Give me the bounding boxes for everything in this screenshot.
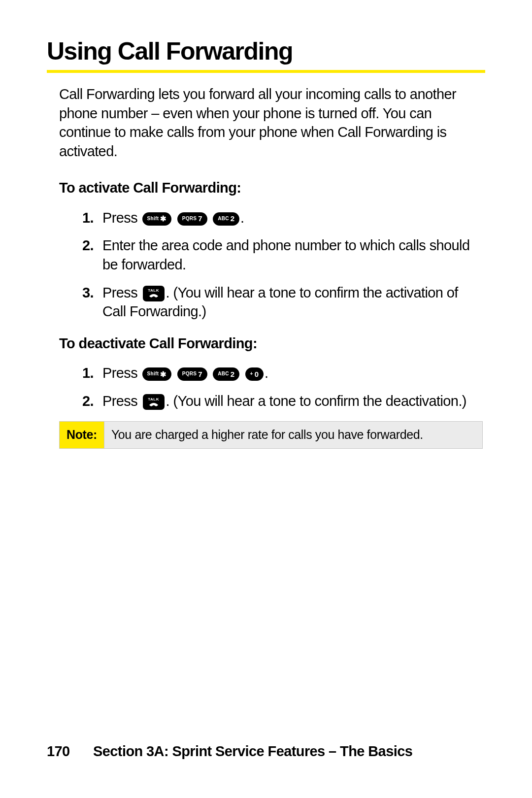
note-callout: Note: You are charged a higher rate for …: [59, 421, 483, 448]
step-body: Enter the area code and phone number to …: [102, 236, 483, 274]
page-footer: 170 Section 3A: Sprint Service Features …: [47, 743, 485, 760]
list-item: 1. Press Shift✱ PQRS7 ABC2 +0.: [59, 364, 483, 383]
step-body: Press Shift✱ PQRS7 ABC2 +0.: [102, 364, 483, 383]
step-number: 1.: [72, 364, 94, 383]
note-text: You are charged a higher rate for calls …: [104, 422, 482, 448]
note-label: Note:: [60, 422, 104, 448]
plus-0-key-icon: +0: [245, 367, 264, 381]
step-number: 1.: [72, 208, 94, 228]
list-item: 2. Press TALK . (You will hear a tone to…: [59, 392, 483, 411]
step-text: Press: [102, 285, 137, 300]
step-text: Press: [102, 210, 137, 226]
step-number: 2.: [72, 392, 94, 411]
step-punct: .: [265, 365, 268, 381]
step-body: Press TALK . (You will hear a tone to co…: [102, 392, 483, 411]
activate-subhead: To activate Call Forwarding:: [59, 178, 483, 198]
heading-underline: [47, 70, 485, 73]
list-item: 1. Press Shift✱ PQRS7 ABC2.: [59, 208, 483, 228]
step-text: . (You will hear a tone to confirm the d…: [166, 393, 466, 409]
step-body: Press Shift✱ PQRS7 ABC2.: [102, 208, 483, 228]
step-body: Press TALK . (You will hear a tone to co…: [102, 283, 483, 321]
list-item: 3. Press TALK . (You will hear a tone to…: [59, 283, 483, 321]
activate-steps: 1. Press Shift✱ PQRS7 ABC2. 2. Enter the…: [59, 208, 483, 321]
list-item: 2. Enter the area code and phone number …: [59, 236, 483, 274]
pqrs-7-key-icon: PQRS7: [177, 367, 207, 381]
manual-page: Using Call Forwarding Call Forwarding le…: [0, 0, 532, 798]
talk-key-icon: TALK: [143, 286, 165, 301]
abc-2-key-icon: ABC2: [213, 367, 239, 381]
abc-2-key-icon: ABC2: [213, 212, 239, 226]
step-punct: .: [240, 210, 244, 226]
talk-key-icon: TALK: [143, 394, 165, 410]
section-label: Section 3A: Sprint Service Features – Th…: [93, 743, 412, 759]
shift-star-key-icon: Shift✱: [142, 212, 172, 226]
step-text: Press: [102, 365, 137, 381]
deactivate-steps: 1. Press Shift✱ PQRS7 ABC2 +0. 2. Press …: [59, 364, 483, 410]
step-number: 2.: [72, 236, 94, 255]
pqrs-7-key-icon: PQRS7: [177, 212, 207, 226]
shift-star-key-icon: Shift✱: [142, 367, 172, 381]
page-number: 170: [47, 743, 70, 759]
step-text: Press: [102, 393, 137, 409]
intro-paragraph: Call Forwarding lets you forward all you…: [59, 85, 483, 161]
step-number: 3.: [72, 283, 94, 302]
page-body: Call Forwarding lets you forward all you…: [59, 85, 483, 449]
page-heading: Using Call Forwarding: [47, 37, 485, 66]
deactivate-subhead: To deactivate Call Forwarding:: [59, 334, 483, 353]
